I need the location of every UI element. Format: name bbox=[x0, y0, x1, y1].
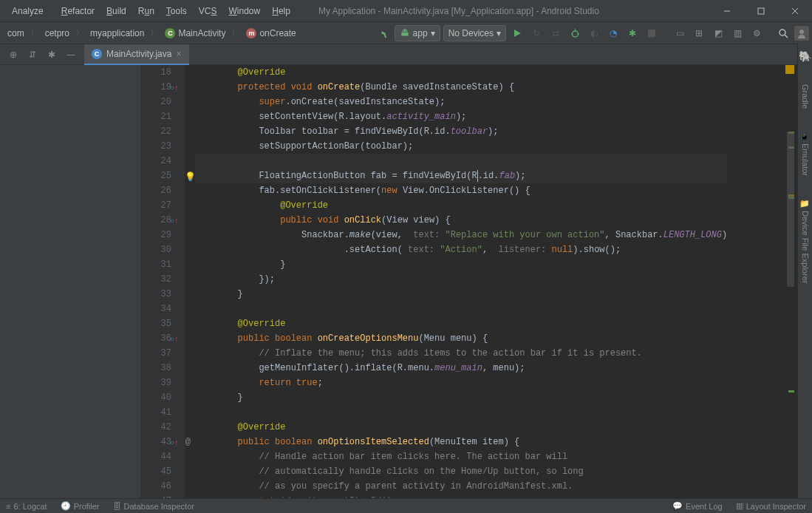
minimize-button[interactable] bbox=[710, 0, 744, 22]
menu-run[interactable]: Run bbox=[132, 0, 160, 22]
svg-point-7 bbox=[572, 31, 578, 37]
scroll-from-source-icon[interactable]: ⇵ bbox=[27, 50, 38, 60]
user-icon[interactable] bbox=[794, 26, 809, 41]
window-title: My Application - MainActivity.java [My_A… bbox=[296, 6, 710, 16]
select-opened-file-icon[interactable]: ⊕ bbox=[7, 50, 19, 60]
run-config-label: app bbox=[413, 28, 428, 38]
right-tool-rail: 🐘 Gradle 📱 Emulator 📁 Device File Explor… bbox=[797, 43, 812, 503]
intention-bulb-icon[interactable]: 💡 bbox=[185, 170, 196, 185]
menu-tools[interactable]: Tools bbox=[160, 0, 193, 22]
avd-manager-icon[interactable]: ▭ bbox=[672, 25, 688, 41]
editor-tab-bar: ⊕ ⇵ ✱ — C MainActivity.java × bbox=[0, 44, 812, 65]
navigation-bar: com 〉 cetpro 〉 myapplication 〉 CMainActi… bbox=[0, 22, 812, 44]
title-bar: Analyze Refactor Build Run Tools VCS Win… bbox=[0, 0, 812, 22]
svg-rect-1 bbox=[758, 8, 764, 14]
editor-tab-mainactivity[interactable]: C MainActivity.java × bbox=[84, 44, 189, 65]
maximize-button[interactable] bbox=[744, 0, 778, 22]
chevron-down-icon: ▾ bbox=[431, 28, 435, 38]
android-icon bbox=[400, 28, 410, 38]
device-file-explorer-label[interactable]: 📁 Device File Explorer bbox=[800, 198, 810, 283]
editor-area: 1819○↑202122232425262728○↑29303132333435… bbox=[0, 65, 812, 510]
breadcrumb-myapplication[interactable]: myapplication bbox=[86, 25, 149, 41]
menu-window[interactable]: Window bbox=[223, 0, 267, 22]
breadcrumb-cetpro[interactable]: cetpro bbox=[41, 25, 74, 41]
project-structure-icon[interactable]: ⚙ bbox=[748, 25, 765, 41]
database-inspector-tool[interactable]: 🗄 Database Inspector bbox=[113, 502, 194, 511]
search-everywhere-icon[interactable] bbox=[775, 25, 791, 41]
coverage-icon[interactable]: ◐ bbox=[586, 25, 602, 41]
vertical-scrollbar[interactable] bbox=[787, 132, 794, 287]
settings-icon[interactable]: ✱ bbox=[46, 50, 58, 60]
device-selector[interactable]: No Devices ▾ bbox=[443, 25, 506, 41]
project-tool-window-collapsed[interactable] bbox=[0, 65, 140, 510]
svg-point-14 bbox=[799, 30, 804, 34]
profiler-icon[interactable]: ◔ bbox=[605, 25, 621, 41]
svg-rect-4 bbox=[383, 34, 386, 38]
gradle-label[interactable]: Gradle bbox=[801, 84, 810, 109]
debug-icon[interactable] bbox=[567, 25, 583, 41]
apply-changes-icon[interactable]: ↻ bbox=[528, 25, 545, 41]
close-tab-icon[interactable]: × bbox=[176, 49, 181, 59]
code-content[interactable]: @Override protected void onCreate(Bundle… bbox=[185, 65, 727, 510]
menu-analyze[interactable]: Analyze bbox=[0, 0, 55, 22]
gutter[interactable]: 1819○↑202122232425262728○↑29303132333435… bbox=[140, 65, 185, 510]
breadcrumb-com[interactable]: com bbox=[3, 25, 29, 41]
run-config-selector[interactable]: app ▾ bbox=[395, 25, 440, 41]
breadcrumb-mainactivity[interactable]: CMainActivity bbox=[160, 25, 230, 41]
profiler-tool[interactable]: 🕘 Profiler bbox=[61, 501, 100, 511]
build-icon[interactable] bbox=[373, 23, 394, 44]
class-icon: C bbox=[165, 28, 175, 38]
event-log-tool[interactable]: 💬 Event Log bbox=[672, 501, 723, 511]
svg-point-5 bbox=[403, 30, 403, 30]
java-class-icon: C bbox=[92, 49, 102, 59]
code-editor[interactable]: 1819○↑202122232425262728○↑29303132333435… bbox=[140, 65, 812, 510]
svg-line-13 bbox=[785, 35, 788, 38]
layout-inspector-tool[interactable]: ▥ Layout Inspector bbox=[736, 501, 806, 511]
breadcrumb: com 〉 cetpro 〉 myapplication 〉 CMainActi… bbox=[0, 25, 301, 41]
toolbar: app ▾ No Devices ▾ ↻ ⇄ ◐ ◔ ✱ ▭ ⊞ ◩ ▥ ⚙ bbox=[375, 22, 809, 44]
close-button[interactable] bbox=[778, 0, 812, 22]
menu-help[interactable]: Help bbox=[266, 0, 296, 22]
tab-label: MainActivity.java bbox=[106, 49, 171, 59]
menu-build[interactable]: Build bbox=[100, 0, 132, 22]
collapse-icon[interactable]: — bbox=[65, 50, 77, 60]
layout-inspector-toolbar-icon[interactable]: ▥ bbox=[729, 25, 746, 41]
device-label: No Devices bbox=[448, 28, 494, 38]
menu-refactor[interactable]: Refactor bbox=[55, 0, 100, 22]
sdk-manager-icon[interactable]: ⊞ bbox=[691, 25, 707, 41]
method-icon: m bbox=[246, 28, 256, 38]
breadcrumb-oncreate[interactable]: monCreate bbox=[242, 25, 300, 41]
apply-code-icon[interactable]: ⇄ bbox=[547, 25, 564, 41]
svg-point-6 bbox=[406, 30, 406, 30]
menu-vcs[interactable]: VCS bbox=[193, 0, 223, 22]
resource-manager-icon[interactable]: ◩ bbox=[710, 25, 726, 41]
attach-debugger-icon[interactable]: ✱ bbox=[624, 25, 641, 41]
svg-point-12 bbox=[779, 30, 785, 35]
logcat-tool[interactable]: ≡ 6: Logcat bbox=[6, 502, 47, 511]
gradle-icon[interactable]: 🐘 bbox=[799, 50, 811, 62]
run-icon[interactable] bbox=[509, 25, 525, 41]
chevron-down-icon: ▾ bbox=[497, 28, 501, 38]
stop-icon[interactable] bbox=[644, 25, 660, 41]
status-bar: ≡ 6: Logcat 🕘 Profiler 🗄 Database Inspec… bbox=[0, 498, 812, 513]
svg-rect-11 bbox=[648, 30, 655, 37]
main-menu: Analyze Refactor Build Run Tools VCS Win… bbox=[0, 0, 296, 22]
emulator-label[interactable]: 📱 Emulator bbox=[800, 131, 810, 176]
